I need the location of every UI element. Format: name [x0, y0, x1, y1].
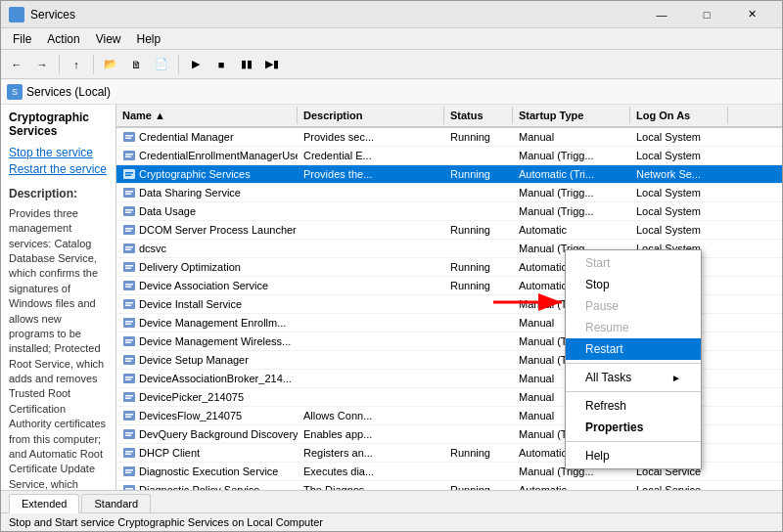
- title-bar: Services — □ ✕: [1, 1, 782, 28]
- svg-rect-34: [125, 339, 133, 341]
- context-pause[interactable]: Pause: [566, 295, 701, 317]
- svg-rect-33: [123, 336, 135, 346]
- svg-rect-38: [125, 361, 131, 363]
- menu-bar: File Action View Help: [1, 28, 782, 50]
- cell-desc: Allows Conn...: [298, 408, 444, 423]
- svg-rect-24: [123, 281, 135, 290]
- cell-desc: [298, 265, 444, 269]
- cell-name: Data Usage: [116, 202, 298, 220]
- toolbar-separator-2: [93, 55, 94, 74]
- cell-name: Device Management Enrollm...: [116, 314, 298, 332]
- svg-rect-52: [125, 451, 133, 453]
- context-start[interactable]: Start: [566, 252, 701, 274]
- service-icon: [122, 279, 136, 292]
- service-icon: [122, 223, 136, 237]
- col-header-logon[interactable]: Log On As: [630, 107, 728, 124]
- svg-rect-49: [125, 432, 133, 434]
- col-header-status[interactable]: Status: [444, 107, 513, 124]
- stop-button[interactable]: ■: [209, 53, 233, 76]
- toolbar-separator-3: [178, 55, 179, 74]
- cell-status: Running: [444, 129, 513, 145]
- context-stop[interactable]: Stop: [566, 274, 701, 295]
- context-help[interactable]: Help: [566, 445, 701, 466]
- tab-extended[interactable]: Extended: [9, 494, 79, 513]
- context-restart[interactable]: Restart: [566, 338, 701, 360]
- cell-desc: Enables app...: [298, 426, 444, 442]
- context-sep-2: [566, 391, 701, 392]
- show-hide-button[interactable]: 📂: [99, 53, 122, 76]
- table-row[interactable]: Cryptographic Services Provides the... R…: [116, 165, 782, 184]
- cell-logon: Network Se...: [630, 166, 728, 182]
- context-all-tasks[interactable]: All Tasks ►: [566, 367, 701, 388]
- forward-button[interactable]: →: [30, 53, 54, 76]
- menu-view[interactable]: View: [88, 30, 129, 48]
- pause-button[interactable]: ▮▮: [235, 53, 258, 76]
- stop-service-link[interactable]: Stop the service: [9, 146, 108, 159]
- table-row[interactable]: Data Usage Manual (Trigg... Local System: [116, 202, 782, 221]
- table-row[interactable]: CredentialEnrollmentManagerUserSvc_... C…: [116, 147, 782, 165]
- restart-service-link[interactable]: Restart the service: [9, 162, 108, 176]
- cell-status: Running: [444, 445, 513, 461]
- cell-startup: Manual (Trigg...: [513, 148, 630, 163]
- service-icon: [122, 316, 136, 330]
- col-header-startup[interactable]: Startup Type: [513, 107, 630, 124]
- col-header-description[interactable]: Description: [298, 107, 444, 124]
- cell-status: Running: [444, 166, 513, 182]
- table-row[interactable]: Diagnostic Policy Service The Diagnos...…: [116, 481, 782, 490]
- maximize-button[interactable]: □: [684, 1, 729, 28]
- cell-desc: [298, 395, 444, 399]
- svg-rect-1: [125, 135, 133, 137]
- docs-button[interactable]: 📄: [150, 53, 173, 76]
- svg-rect-7: [125, 172, 133, 174]
- context-properties[interactable]: Properties: [566, 417, 701, 438]
- sidebar-description-area: Description: Provides three management s…: [9, 186, 108, 490]
- svg-rect-40: [125, 377, 133, 378]
- minimize-button[interactable]: —: [639, 1, 684, 28]
- menu-file[interactable]: File: [5, 30, 39, 48]
- menu-action[interactable]: Action: [39, 30, 87, 48]
- svg-rect-4: [125, 154, 133, 155]
- menu-help[interactable]: Help: [129, 30, 169, 48]
- service-icon: [122, 372, 136, 385]
- cell-status: Running: [444, 259, 513, 275]
- svg-rect-17: [125, 231, 131, 233]
- description-label: Description:: [9, 186, 108, 202]
- table-row[interactable]: Data Sharing Service Manual (Trigg... Lo…: [116, 184, 782, 202]
- svg-rect-6: [123, 169, 135, 179]
- context-refresh[interactable]: Refresh: [566, 395, 701, 417]
- restart-button[interactable]: ▶▮: [260, 53, 284, 76]
- cell-startup: Manual (Trigg...: [513, 203, 630, 219]
- service-icon: [122, 167, 136, 181]
- back-button[interactable]: ←: [5, 53, 28, 76]
- tab-standard[interactable]: Standard: [81, 494, 151, 512]
- svg-rect-10: [125, 191, 133, 193]
- cell-name: DeviceAssociationBroker_214...: [116, 370, 298, 387]
- context-menu: Start Stop Pause Resume Restart All Task…: [565, 249, 702, 469]
- close-button[interactable]: ✕: [729, 1, 774, 28]
- service-icon: [122, 409, 136, 422]
- service-icon: [122, 242, 136, 255]
- context-resume[interactable]: Resume: [566, 317, 701, 338]
- col-header-name[interactable]: Name ▲: [116, 107, 298, 124]
- description-text: Provides three management services: Cata…: [9, 207, 106, 490]
- cell-status: Running: [444, 482, 513, 490]
- play-button[interactable]: ▶: [184, 53, 207, 76]
- table-row[interactable]: Credential Manager Provides sec... Runni…: [116, 128, 782, 147]
- table-row[interactable]: DCOM Server Process Launcher Running Aut…: [116, 221, 782, 240]
- svg-rect-19: [125, 246, 133, 248]
- svg-rect-32: [125, 324, 131, 326]
- svg-rect-42: [123, 392, 135, 402]
- svg-rect-28: [125, 302, 133, 304]
- svg-rect-29: [125, 305, 131, 307]
- up-button[interactable]: ↑: [65, 53, 88, 76]
- svg-rect-8: [125, 175, 131, 177]
- cell-name: DCOM Server Process Launcher: [116, 221, 298, 239]
- cell-name: Cryptographic Services: [116, 165, 298, 183]
- svg-rect-11: [125, 194, 131, 196]
- service-icon: [122, 427, 136, 441]
- new-window-button[interactable]: 🗎: [124, 53, 148, 76]
- svg-rect-39: [123, 374, 135, 383]
- column-headers: Name ▲ Description Status Startup Type L…: [116, 105, 782, 128]
- svg-rect-15: [123, 225, 135, 235]
- breadcrumb: Services (Local): [26, 85, 111, 99]
